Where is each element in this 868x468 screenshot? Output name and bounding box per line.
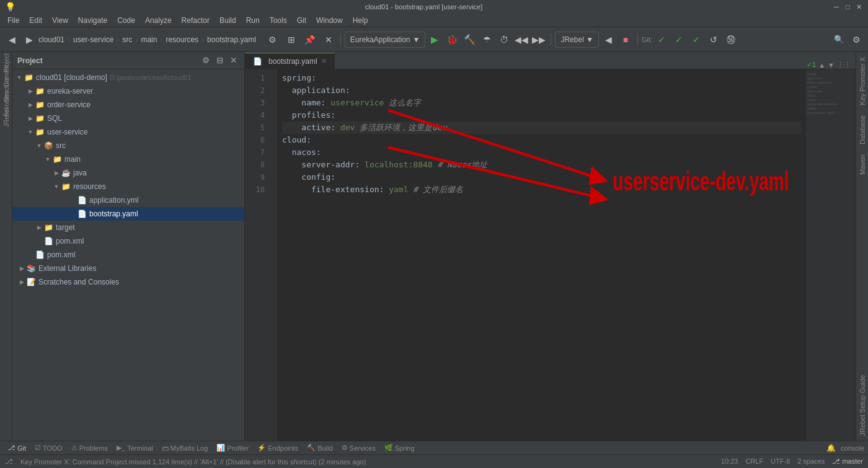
git-translate[interactable]: ㊿ xyxy=(723,32,739,48)
close-button[interactable]: ✕ xyxy=(854,2,863,11)
debug-button[interactable]: 🐞 xyxy=(444,32,460,48)
maven-panel[interactable]: Maven xyxy=(857,149,867,180)
tree-item-user-service[interactable]: ▼ 📁 user-service xyxy=(12,125,244,139)
status-indent[interactable]: 2 spaces xyxy=(797,457,825,466)
main-area: Project Commit Structure Favorites JRebe… xyxy=(0,52,868,441)
code-editor[interactable]: spring: application: name: userservice 这… xyxy=(277,69,806,441)
database-panel[interactable]: Database xyxy=(857,110,867,149)
status-charset[interactable]: UTF-8 xyxy=(771,457,790,466)
panel-layout-icon[interactable]: ⊟ xyxy=(213,55,226,67)
breadcrumb-cloud01[interactable]: cloud01 xyxy=(38,35,64,44)
menu-file[interactable]: File xyxy=(2,15,24,26)
tree-item-order[interactable]: ▶ 📁 order-service xyxy=(12,98,244,112)
breadcrumb-user-service[interactable]: user-service xyxy=(73,35,113,44)
breadcrumb-resources[interactable]: resources xyxy=(166,35,198,44)
mybatis-label: MyBatis Log xyxy=(170,444,208,452)
back-button[interactable]: ◀ xyxy=(4,32,20,48)
breadcrumb-file[interactable]: bootstrap.yaml xyxy=(207,35,256,44)
editor-breadcrumb-up[interactable]: ▲ xyxy=(818,61,825,69)
jrebel-back-icon[interactable]: ◀ xyxy=(600,32,616,48)
build-button[interactable]: 🔨 xyxy=(461,32,477,48)
tree-item-java[interactable]: ▶ ☕ java xyxy=(12,166,244,180)
editor-breadcrumb-down[interactable]: ▼ xyxy=(828,61,835,69)
menu-view[interactable]: View xyxy=(47,15,73,26)
tree-item-cloud01[interactable]: ▼ 📁 cloud01 [cloud-demo] D:\java\code\cl… xyxy=(12,71,244,84)
tree-item-sql[interactable]: ▶ 📁 SQL xyxy=(12,112,244,125)
toolbar-left-arrow[interactable]: ◀◀ xyxy=(513,32,529,48)
build-label-bottom: Build xyxy=(317,444,332,452)
jrebel-side-icon[interactable]: JRebel xyxy=(1,112,12,123)
menu-refactor[interactable]: Refactor xyxy=(177,15,215,26)
toolbar-right-arrow[interactable]: ▶▶ xyxy=(531,32,547,48)
toolbar-pin-icon[interactable]: 📌 xyxy=(302,32,318,48)
bottom-problems-btn[interactable]: ⚠ Problems xyxy=(68,443,112,454)
tree-item-bootstrap-yaml[interactable]: ▶ 📄 bootstrap.yaml xyxy=(12,207,244,221)
panel-close-icon[interactable]: ✕ xyxy=(227,55,239,67)
status-line-col[interactable]: 10:23 xyxy=(721,457,738,466)
panel-gear-icon[interactable]: ⚙ xyxy=(200,55,212,67)
menu-run[interactable]: Run xyxy=(241,15,265,26)
minimize-button[interactable]: ─ xyxy=(832,2,841,11)
coverage-button[interactable]: ☂ xyxy=(479,32,495,48)
search-everywhere-button[interactable]: 🔍 xyxy=(831,32,847,48)
tree-item-resources[interactable]: ▼ 📁 resources xyxy=(12,180,244,193)
tree-item-application-yml[interactable]: ▶ 📄 application.yml xyxy=(12,193,244,207)
forward-button[interactable]: ▶ xyxy=(21,32,37,48)
tree-item-src[interactable]: ▼ 📦 src xyxy=(12,139,244,152)
tree-item-pom-root[interactable]: ▶ 📄 pom.xml xyxy=(12,248,244,262)
git-refresh[interactable]: ↺ xyxy=(706,32,722,48)
tree-item-scratches[interactable]: ▶ 📝 Scratches and Consoles xyxy=(12,275,244,289)
bottom-mybatis-btn[interactable]: 🗃 MyBatis Log xyxy=(158,443,212,454)
tree-item-target[interactable]: ▶ 📁 target xyxy=(12,221,244,234)
toolbar-close-icon[interactable]: ✕ xyxy=(321,32,337,48)
run-config-dropdown[interactable]: EurekaApplication ▼ xyxy=(345,32,426,48)
bottom-endpoints-btn[interactable]: ⚡ Endpoints xyxy=(254,443,302,454)
tree-item-main[interactable]: ▼ 📁 main xyxy=(12,152,244,166)
menu-tools[interactable]: Tools xyxy=(265,15,292,26)
tree-item-pom-user[interactable]: ▶ 📄 pom.xml xyxy=(12,234,244,248)
jrebel-guide-panel[interactable]: JRebel Setup Guide xyxy=(857,370,867,441)
tree-item-eureka[interactable]: ▶ 📁 eureka-server xyxy=(12,84,244,98)
editor-content: 1 2 3 4 5 6 7 8 9 10 spring: application… xyxy=(245,69,856,441)
git-check1[interactable]: ✓ xyxy=(653,32,670,48)
tab-close-bootstrap[interactable]: ✕ xyxy=(321,57,327,65)
menu-analyze[interactable]: Analyze xyxy=(140,15,177,26)
git-check2[interactable]: ✓ xyxy=(671,32,687,48)
status-encoding[interactable]: CRLF xyxy=(745,457,763,466)
profiler-button[interactable]: ⏱ xyxy=(496,32,512,48)
jrebel-stop-icon[interactable]: ■ xyxy=(618,32,634,48)
breadcrumb-main[interactable]: main xyxy=(141,35,157,44)
menu-edit[interactable]: Edit xyxy=(24,15,47,26)
breadcrumb-src[interactable]: src xyxy=(122,35,132,44)
xml-icon-pom-root: 📄 xyxy=(35,250,45,260)
tree-item-external-libs[interactable]: ▶ 📚 External Libraries xyxy=(12,262,244,275)
run-button[interactable]: ▶ xyxy=(427,32,443,48)
bottom-spring-btn[interactable]: 🌿 Spring xyxy=(381,443,418,454)
bottom-services-btn[interactable]: ⚙ Services xyxy=(338,443,379,454)
menu-build[interactable]: Build xyxy=(215,15,241,26)
status-branch[interactable]: ⎇ master xyxy=(832,457,863,466)
event-log-icon[interactable]: 🔔 xyxy=(826,444,836,453)
bottom-profiler-btn[interactable]: 📊 Profiler xyxy=(213,443,252,454)
menu-code[interactable]: Code xyxy=(112,15,140,26)
menu-navigate[interactable]: Navigate xyxy=(73,15,112,26)
tab-bootstrap-yaml[interactable]: 📄 bootstrap.yaml ✕ xyxy=(245,53,335,69)
git-check3[interactable]: ✓ xyxy=(688,32,704,48)
bottom-build-btn[interactable]: 🔨 Build xyxy=(303,443,336,454)
toolbar: ◀ ▶ cloud01 › user-service › src › main … xyxy=(0,27,868,52)
bottom-todo-btn[interactable]: ☑ TODO xyxy=(31,443,66,454)
key-promoter-panel[interactable]: Key Promoter X xyxy=(857,52,867,110)
menu-git[interactable]: Git xyxy=(292,15,311,26)
bottom-terminal-btn[interactable]: ▶_ Terminal xyxy=(113,443,157,454)
bottom-git-btn[interactable]: ⎇ Git xyxy=(4,443,30,454)
menu-help[interactable]: Help xyxy=(348,15,373,26)
settings-button[interactable]: ⚙ xyxy=(848,32,864,48)
menu-window[interactable]: Window xyxy=(311,15,348,26)
jrebel-dropdown[interactable]: JRebel ▼ xyxy=(555,32,599,48)
editor-minimap-icon[interactable]: ⋮⋮ xyxy=(837,61,851,69)
toolbar-layout-icon[interactable]: ⊞ xyxy=(283,32,299,48)
tree-path-cloud01: D:\java\code\cloud\cloud01 xyxy=(110,74,192,81)
toolbar-settings-icon[interactable]: ⚙ xyxy=(265,32,281,48)
maximize-button[interactable]: □ xyxy=(843,2,852,11)
code-line-1: spring: xyxy=(282,72,801,84)
